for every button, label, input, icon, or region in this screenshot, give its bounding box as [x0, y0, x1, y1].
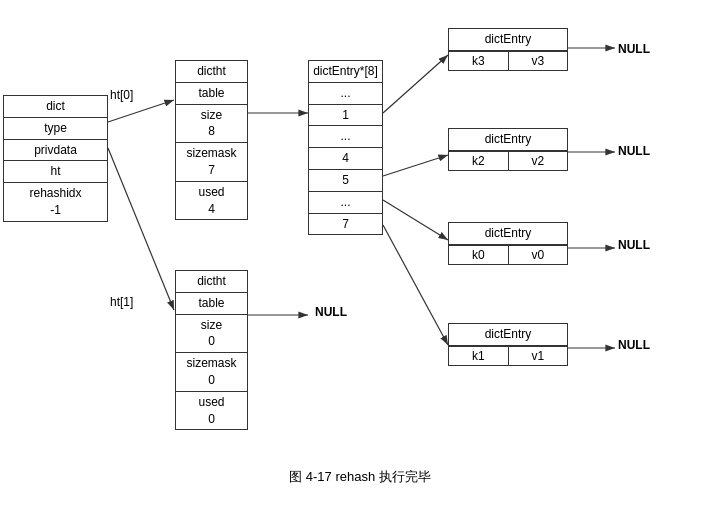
entry-k1v1-box: dictEntry k1 v1: [448, 323, 568, 366]
dictht-bottom-label: dictht: [176, 271, 247, 293]
dict-entry-array-cell-6: ...: [309, 192, 382, 214]
dict-entry-array-cell-5: 5: [309, 170, 382, 192]
entry-k2v2-k: k2: [449, 152, 509, 170]
entry-k1v1-v: v1: [509, 347, 568, 365]
dict-field-dict: dict: [4, 96, 107, 118]
dict-field-rehashidx: rehashidx-1: [4, 183, 107, 221]
null-bottom-table: NULL: [315, 305, 347, 319]
entry-k3v3-v: v3: [509, 52, 568, 70]
dict-field-type: type: [4, 118, 107, 140]
entry-k1v1-label: dictEntry: [449, 324, 567, 346]
svg-line-1: [108, 100, 174, 122]
entry-k3v3-label: dictEntry: [449, 29, 567, 51]
dictht-bottom-sizemask: sizemask0: [176, 353, 247, 392]
diagram: dict type privdata ht rehashidx-1 ht[0] …: [0, 0, 721, 517]
null-k3v3: NULL: [618, 42, 650, 56]
dict-entry-array-cell-7: 7: [309, 214, 382, 235]
entry-k0v0-k: k0: [449, 246, 509, 264]
dictht-bottom-size: size0: [176, 315, 247, 354]
svg-line-6: [383, 200, 448, 240]
entry-k0v0-box: dictEntry k0 v0: [448, 222, 568, 265]
dictht-bottom-table: table: [176, 293, 247, 315]
dictht-top-sizemask: sizemask7: [176, 143, 247, 182]
svg-line-7: [383, 225, 448, 345]
dictht-top-table: table: [176, 83, 247, 105]
dict-entry-array-cell-2: ...: [309, 126, 382, 148]
dictht-top-size: size8: [176, 105, 247, 144]
entry-k0v0-v: v0: [509, 246, 568, 264]
dict-entry-array-cell-1: 1: [309, 105, 382, 127]
dict-entry-array-box: dictEntry*[8] ... 1 ... 4 5 ... 7: [308, 60, 383, 235]
dict-entry-array-cell-4: 4: [309, 148, 382, 170]
dict-entry-array-label: dictEntry*[8]: [309, 61, 382, 83]
null-k0v0: NULL: [618, 238, 650, 252]
null-k1v1: NULL: [618, 338, 650, 352]
dict-entry-array-cell-0: ...: [309, 83, 382, 105]
entry-k0v0-label: dictEntry: [449, 223, 567, 245]
entry-k2v2-label: dictEntry: [449, 129, 567, 151]
dictht-top-used: used4: [176, 182, 247, 220]
dict-box: dict type privdata ht rehashidx-1: [3, 95, 108, 222]
entry-k2v2-v: v2: [509, 152, 568, 170]
dict-field-privdata: privdata: [4, 140, 107, 162]
svg-line-4: [383, 55, 448, 113]
dictht-bottom-box: dictht table size0 sizemask0 used0: [175, 270, 248, 430]
svg-line-5: [383, 155, 448, 176]
entry-k1v1-k: k1: [449, 347, 509, 365]
null-k2v2: NULL: [618, 144, 650, 158]
diagram-caption: 图 4-17 rehash 执行完毕: [200, 468, 520, 486]
dictht-top-label: dictht: [176, 61, 247, 83]
dict-field-ht: ht: [4, 161, 107, 183]
ht0-label: ht[0]: [110, 88, 133, 102]
dictht-bottom-used: used0: [176, 392, 247, 430]
entry-k2v2-box: dictEntry k2 v2: [448, 128, 568, 171]
entry-k3v3-box: dictEntry k3 v3: [448, 28, 568, 71]
dictht-top-box: dictht table size8 sizemask7 used4: [175, 60, 248, 220]
ht1-label: ht[1]: [110, 295, 133, 309]
svg-line-2: [108, 148, 174, 310]
entry-k3v3-k: k3: [449, 52, 509, 70]
